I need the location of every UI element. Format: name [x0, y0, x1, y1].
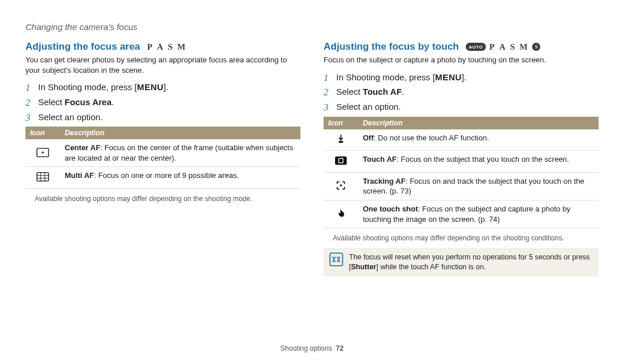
row-description: Center AF: Focus on the center of the fr…	[60, 139, 300, 167]
menu-button-label: MENU	[137, 82, 164, 92]
section-title-text: Adjusting the focus by touch	[324, 41, 459, 53]
mode-a-icon: A	[157, 42, 165, 52]
option-text: : Focus on the subject that you touch on…	[397, 155, 569, 164]
mode-scene-icon: S	[532, 43, 540, 51]
step-3: Select an option.	[324, 101, 599, 113]
row-description: Off: Do not use the touch AF function.	[358, 129, 599, 151]
step-2: Select Touch AF.	[324, 86, 599, 98]
option-name: One touch shot	[363, 205, 418, 213]
one-touch-icon	[324, 200, 358, 228]
multi-af-icon	[25, 167, 60, 189]
option-name: Off	[363, 133, 374, 142]
steps-list: In Shooting mode, press [MENU]. Select T…	[324, 71, 599, 113]
callout-bold: Shutter	[351, 263, 376, 271]
row-description: Multi AF: Focus on one or more of 9 poss…	[60, 167, 300, 189]
footnote: Available shooting options may differ de…	[25, 195, 300, 203]
left-column: Adjusting the focus area P A S M You can…	[25, 41, 300, 341]
tracking-af-icon	[324, 172, 358, 200]
th-icon: Icon	[25, 127, 60, 139]
table-row: One touch shot: Focus on the subject and…	[324, 200, 599, 228]
table-row: Off: Do not use the touch AF function.	[324, 129, 599, 151]
table-row: Touch AF: Focus on the subject that you …	[324, 151, 599, 173]
row-description: Tracking AF: Focus on and track the subj…	[358, 172, 599, 200]
row-description: Touch AF: Focus on the subject that you …	[358, 151, 599, 173]
center-af-icon	[25, 139, 60, 167]
th-description: Description	[60, 127, 300, 139]
callout-text-b: ] while the touch AF function is on.	[376, 263, 486, 271]
page-number: 72	[336, 344, 343, 352]
footer-section: Shooting options	[280, 344, 332, 352]
mode-auto-icon: AUTO	[466, 43, 486, 51]
step-1: In Shooting mode, press [MENU].	[25, 81, 300, 94]
step-1-text-a: In Shooting mode, press [	[38, 82, 137, 92]
step-2-bold: Focus Area	[65, 97, 112, 107]
th-icon: Icon	[324, 117, 358, 129]
option-name: Tracking AF	[363, 177, 406, 185]
step-1-text-b: ].	[462, 72, 466, 82]
svg-rect-3	[37, 173, 49, 181]
options-table: Icon Description Center AF: Focus on the…	[25, 127, 300, 189]
section-title-touch: Adjusting the focus by touch AUTO P A S …	[324, 41, 599, 53]
step-1-text-b: ].	[164, 82, 168, 92]
step-2-text-a: Select	[336, 87, 363, 96]
th-description: Description	[358, 117, 599, 129]
mode-p-icon: P	[489, 42, 496, 52]
step-2: Select Focus Area.	[25, 96, 300, 109]
info-icon	[329, 252, 343, 266]
mode-s-icon: S	[510, 42, 516, 52]
table-row: Center AF: Focus on the center of the fr…	[25, 139, 300, 167]
intro-text: You can get clearer photos by selecting …	[25, 55, 300, 75]
step-2-text-b: .	[402, 87, 404, 96]
step-2-bold: Touch AF	[363, 87, 402, 96]
breadcrumb: Changing the camera's focus	[25, 22, 599, 32]
option-name: Touch AF	[363, 155, 397, 164]
step-1: In Shooting mode, press [MENU].	[324, 71, 599, 84]
step-2-text-b: .	[112, 97, 114, 107]
footnote: Available shooting options may differ de…	[324, 234, 599, 242]
touch-af-icon	[324, 151, 358, 173]
content-columns: Adjusting the focus area P A S M You can…	[25, 41, 599, 341]
option-text: : Do not use the touch AF function.	[374, 133, 489, 142]
info-callout: The focus will reset when you perform no…	[324, 248, 599, 277]
table-row: Tracking AF: Focus on and track the subj…	[324, 172, 599, 200]
intro-text: Focus on the subject or capture a photo …	[324, 55, 599, 65]
section-title-text: Adjusting the focus area	[25, 41, 140, 53]
table-row: Multi AF: Focus on one or more of 9 poss…	[25, 167, 300, 189]
mode-a-icon: A	[499, 42, 507, 52]
mode-m-icon: M	[519, 42, 529, 52]
callout-text: The focus will reset when you perform no…	[349, 252, 593, 272]
right-column: Adjusting the focus by touch AUTO P A S …	[324, 41, 599, 341]
page-footer: Shooting options 72	[25, 341, 599, 352]
mode-icons: AUTO P A S M S	[466, 42, 540, 52]
section-title-focus-area: Adjusting the focus area P A S M	[25, 41, 300, 53]
row-description: One touch shot: Focus on the subject and…	[358, 200, 599, 228]
option-name: Center AF	[65, 143, 101, 152]
mode-m-icon: M	[177, 42, 187, 52]
option-name: Multi AF	[65, 171, 94, 180]
mode-icons: P A S M	[147, 42, 187, 52]
off-icon	[324, 129, 358, 151]
step-2-text-a: Select	[38, 97, 65, 107]
svg-rect-9	[335, 157, 347, 165]
mode-s-icon: S	[168, 42, 173, 52]
mode-p-icon: P	[147, 42, 153, 52]
option-text: : Focus on one or more of 9 possible are…	[94, 171, 239, 180]
step-1-text-a: In Shooting mode, press [	[336, 72, 435, 82]
step-3: Select an option.	[25, 111, 300, 124]
svg-point-11	[340, 184, 342, 187]
page: Changing the camera's focus Adjusting th…	[0, 0, 624, 364]
options-table: Icon Description Off: Do not use the tou…	[324, 117, 599, 228]
menu-button-label: MENU	[435, 72, 462, 82]
steps-list: In Shooting mode, press [MENU]. Select F…	[25, 81, 300, 123]
svg-rect-8	[339, 140, 343, 143]
